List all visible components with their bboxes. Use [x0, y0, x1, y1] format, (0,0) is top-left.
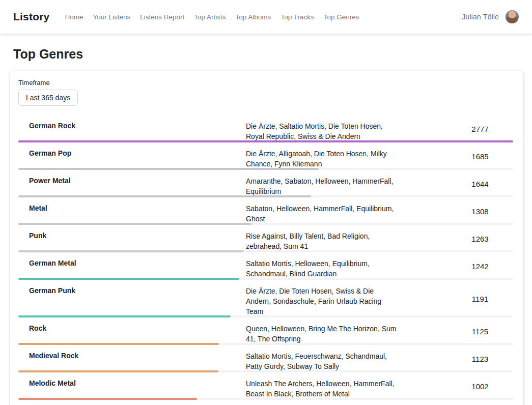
genre-artists: Die Ärzte, Die Toten Hosen, Swiss & Die … — [246, 280, 399, 317]
genre-name: Medieval Rock — [18, 345, 246, 372]
genre-artists: Rise Against, Billy Talent, Bad Religion… — [246, 225, 399, 252]
genre-count: 1685 — [447, 142, 513, 170]
genre-row: Power MetalAmaranthe, Sabaton, Helloween… — [18, 170, 513, 197]
genre-name: German Metal — [18, 252, 246, 280]
nav-item-top-genres[interactable]: Top Genres — [324, 13, 359, 21]
genre-artists: Sabaton, Helloween, HammerFall, Equilibr… — [246, 197, 399, 225]
genre-name: German Rock — [18, 115, 246, 142]
timeframe-label: Timeframe — [18, 79, 513, 86]
genre-row: German PopDie Ärzte, Alligatoah, Die Tot… — [18, 142, 513, 170]
genre-artists: Unleash The Archers, Helloween, HammerFa… — [246, 372, 399, 400]
genre-artists: Die Ärzte, Saltatio Mortis, Die Toten Ho… — [246, 115, 399, 142]
genre-row: Medieval RockSaltatio Mortis, Feuerschwa… — [18, 345, 513, 372]
genre-artists: Bukahara, Käptn Peng, KYTES, Von Wegen L… — [246, 400, 399, 405]
genre-row: Melodic MetalUnleash The Archers, Hellow… — [18, 372, 513, 400]
genre-count: 1644 — [447, 170, 513, 197]
genre-artists: Queen, Helloween, Bring Me The Horizon, … — [246, 317, 399, 345]
genre-count: 1242 — [447, 252, 513, 280]
genre-row: RockQueen, Helloween, Bring Me The Horiz… — [18, 317, 513, 345]
nav-item-top-albums[interactable]: Top Albums — [236, 13, 271, 21]
nav-item-top-tracks[interactable]: Top Tracks — [281, 13, 314, 21]
genres-table: German RockDie Ärzte, Saltatio Mortis, D… — [18, 115, 513, 405]
genre-count: 1123 — [447, 345, 513, 372]
genre-row: German MetalSaltatio Mortis, Helloween, … — [18, 252, 513, 280]
nav-item-top-artists[interactable]: Top Artists — [194, 13, 226, 21]
genre-count: 2777 — [447, 115, 513, 142]
genre-name: Punk — [18, 225, 246, 252]
genre-count: 926 — [447, 400, 513, 405]
genre-artists: Die Ärzte, Alligatoah, Die Toten Hosen, … — [246, 142, 399, 170]
genre-row: German RockDie Ärzte, Saltatio Mortis, D… — [18, 115, 513, 142]
brand-logo[interactable]: Listory — [13, 11, 49, 23]
timeframe-select[interactable]: Last 365 days — [18, 90, 78, 106]
nav-item-home[interactable]: Home — [65, 13, 83, 21]
genre-name: Melodic Metal — [18, 372, 246, 400]
top-nav: Listory Home Your Listens Listens Report… — [0, 0, 532, 34]
genre-count: 1308 — [447, 197, 513, 225]
avatar[interactable] — [506, 10, 519, 23]
page-title: Top Genres — [13, 47, 532, 62]
user-area: Julian Tölle — [462, 10, 519, 23]
nav-item-your-listens[interactable]: Your Listens — [93, 13, 130, 21]
genre-count: 1263 — [447, 225, 513, 252]
genre-count: 1191 — [447, 280, 513, 317]
genres-card: Timeframe Last 365 days German RockDie Ä… — [10, 71, 523, 405]
genre-name: Rock — [18, 317, 246, 345]
genre-row: PunkRise Against, Billy Talent, Bad Reli… — [18, 225, 513, 252]
genre-count: 1002 — [447, 372, 513, 400]
genre-name: German Indie — [18, 400, 246, 405]
genre-artists: Saltatio Mortis, Feuerschwanz, Schandmau… — [246, 345, 399, 372]
genre-row: German IndieBukahara, Käptn Peng, KYTES,… — [18, 400, 513, 405]
genre-count: 1125 — [447, 317, 513, 345]
genre-name: German Punk — [18, 280, 246, 317]
main-content: Top Genres Timeframe Last 365 days Germa… — [0, 34, 532, 405]
genre-artists: Saltatio Mortis, Helloween, Equilibrium,… — [246, 252, 399, 280]
genre-artists: Amaranthe, Sabaton, Helloween, HammerFal… — [246, 170, 399, 197]
genre-name: German Pop — [18, 142, 246, 170]
nav-item-listens-report[interactable]: Listens Report — [140, 13, 184, 21]
genre-name: Metal — [18, 197, 246, 225]
genre-name: Power Metal — [18, 170, 246, 197]
genre-row: MetalSabaton, Helloween, HammerFall, Equ… — [18, 197, 513, 225]
timeframe-control: Timeframe Last 365 days — [18, 79, 513, 106]
user-name[interactable]: Julian Tölle — [462, 13, 499, 21]
main-nav: Home Your Listens Listens Report Top Art… — [65, 13, 359, 21]
genre-row: German PunkDie Ärzte, Die Toten Hosen, S… — [18, 280, 513, 317]
